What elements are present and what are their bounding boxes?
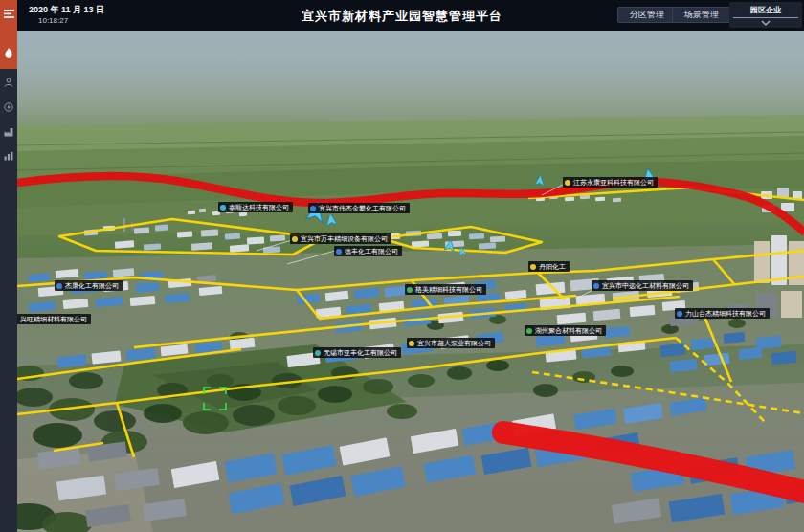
flame-icon <box>4 48 13 59</box>
sidebar-item-statistics[interactable] <box>0 146 17 166</box>
map-label[interactable]: 宜兴市伟杰金攀化工有限公司 <box>308 203 410 213</box>
enterprise-marker-icon <box>220 205 226 211</box>
map-label-text: 宜兴市超人泵业有限公司 <box>417 338 491 348</box>
sidebar-item-personnel[interactable] <box>0 73 17 92</box>
hamburger-menu-button[interactable] <box>0 4 17 23</box>
user-icon <box>4 78 13 87</box>
map-label[interactable]: 丹阳化工 <box>528 261 570 272</box>
map-label[interactable]: 宜兴市中远化工材料有限公司 <box>592 280 693 291</box>
map-label-text: 丹阳化工 <box>539 261 566 272</box>
power-icon <box>4 102 13 112</box>
enterprise-marker-icon <box>526 328 532 334</box>
chevron-down-icon <box>761 20 770 26</box>
map-label-text: 格美精细科技有限公司 <box>415 284 482 295</box>
map-label[interactable]: 泰顺达科技有限公司 <box>218 202 293 212</box>
map-label[interactable]: 力山台杰精细科技有限公司 <box>675 308 770 319</box>
map-label[interactable]: 江苏永康亚科科技有限公司 <box>563 177 658 188</box>
factory-icon <box>4 127 14 137</box>
map-label[interactable]: 杰康化工有限公司 <box>55 280 123 291</box>
sidebar-item-fire-monitor[interactable] <box>0 44 17 63</box>
map-label[interactable]: 兴旺精细材料有限公司 <box>17 314 91 324</box>
map-label-text: 无锡市亚丰化工有限公司 <box>324 347 397 358</box>
enterprise-marker-icon <box>677 311 682 317</box>
map-label-text: 兴旺精细材料有限公司 <box>20 314 87 324</box>
scene-management-button[interactable]: 场景管理 <box>672 7 731 23</box>
smart-park-platform-window: 2020 年 11 月 13 日 10:18:27 宜兴市新材料产业园智慧管理平… <box>0 0 804 532</box>
map-label-text: 宜兴市万丰精细设备有限公司 <box>301 233 388 244</box>
enterprise-marker-icon <box>336 249 342 255</box>
enterprise-marker-icon <box>593 283 599 289</box>
left-toolbar <box>0 0 17 532</box>
bar-chart-icon <box>4 151 13 161</box>
map-label-text: 宜兴市伟杰金攀化工有限公司 <box>319 203 406 213</box>
enterprise-marker-icon <box>565 180 570 186</box>
top-header-bar: 2020 年 11 月 13 日 10:18:27 宜兴市新材料产业园智慧管理平… <box>17 0 804 31</box>
hamburger-menu-icon <box>4 10 14 18</box>
current-time: 10:18:27 <box>38 16 68 25</box>
map-label-text: 杰康化工有限公司 <box>65 280 119 291</box>
enterprise-marker-icon <box>409 341 414 346</box>
map-label[interactable]: 格美精细科技有限公司 <box>405 284 486 295</box>
map-label-text: 力山台杰精细科技有限公司 <box>685 308 766 319</box>
page-title: 宜兴市新材料产业园智慧管理平台 <box>302 8 502 25</box>
map-label[interactable]: 德丰化工有限公司 <box>334 246 402 256</box>
park-enterprise-dropdown[interactable]: 园区企业 <box>729 2 802 28</box>
current-date: 2020 年 11 月 13 日 <box>29 4 104 16</box>
map-label-text: 江苏永康亚科科技有限公司 <box>573 177 654 188</box>
map-label-text: 宜兴市中远化工材料有限公司 <box>602 280 689 291</box>
zone-management-button[interactable]: 分区管理 <box>617 7 677 23</box>
map-label[interactable]: 宜兴市万丰精细设备有限公司 <box>290 233 391 244</box>
sidebar-item-energy[interactable] <box>0 98 17 117</box>
enterprise-marker-icon <box>292 236 298 242</box>
map-label[interactable]: 无锡市亚丰化工有限公司 <box>313 347 401 358</box>
enterprise-marker-icon <box>56 283 62 289</box>
map-label-text: 湖州聚合材料有限公司 <box>535 325 602 336</box>
map-label[interactable]: 宜兴市超人泵业有限公司 <box>407 338 495 348</box>
sidebar-item-factory[interactable] <box>0 122 17 142</box>
enterprise-marker-icon <box>310 206 316 211</box>
map-label[interactable]: 湖州聚合材料有限公司 <box>525 325 606 336</box>
enterprise-marker-icon <box>315 350 321 356</box>
enterprise-marker-icon <box>530 264 536 270</box>
enterprise-marker-icon <box>407 287 413 293</box>
map-label-text: 德丰化工有限公司 <box>345 246 398 256</box>
park-enterprise-dropdown-label: 园区企业 <box>733 2 798 18</box>
map-viewport[interactable]: 泰顺达科技有限公司 宜兴市伟杰金攀化工有限公司 宜兴市万丰精细设备有限公司 德丰… <box>17 31 804 532</box>
map-label-text: 泰顺达科技有限公司 <box>229 202 289 212</box>
